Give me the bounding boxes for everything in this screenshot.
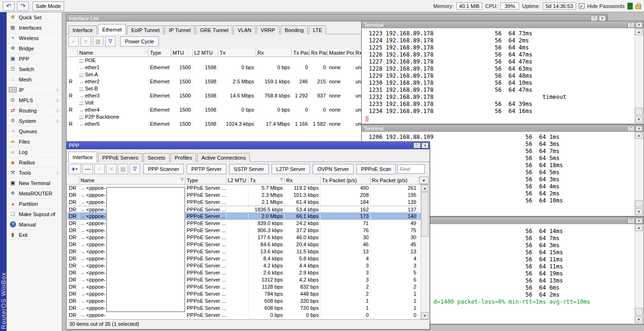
redo-button[interactable]: ↷ [17,1,29,11]
scroll-down-icon[interactable]: ▼ [635,208,643,215]
column-header-rx[interactable]: Rx [256,49,292,57]
tab-interface[interactable]: Interface [68,152,97,162]
sidebar-item-switch[interactable]: ☰Switch [7,64,62,74]
column-header-rx[interactable]: Rx [285,177,321,184]
column-header-rx-pac[interactable]: Rx Pac... [310,49,328,57]
tab-ethernet[interactable]: Ethernet [98,24,126,34]
filter-icon[interactable]: ∇ [130,164,140,174]
terminal1-scrollbar[interactable]: ▲ ▼ [635,28,643,123]
scrollbar-thumb[interactable] [635,308,643,315]
scroll-up-icon[interactable]: ▲ [635,224,643,231]
sidebar-item-new-terminal[interactable]: ▣New Terminal [7,178,62,188]
power-cycle-button[interactable]: Power Cycle [120,36,159,47]
find-input[interactable] [397,164,425,174]
column-header-mtu[interactable]: MTU [171,49,193,57]
tab-vrrp[interactable]: VRRP [256,25,280,34]
tab-bonding[interactable]: Bonding [281,25,308,34]
tab-gre-tunnel[interactable]: GRE Tunnel [196,25,232,34]
undo-button[interactable]: ↶ [3,1,15,11]
remove-button[interactable]: — [83,164,93,174]
column-header-tx[interactable]: Tx∇ [248,177,285,184]
sidebar-item-routing[interactable]: ⇄Routing▷ [7,105,62,116]
tab-interface[interactable]: Interface [68,25,97,34]
tab-secrets[interactable]: Secrets [143,153,169,162]
sidebar-item-radius[interactable]: ☻Radius [7,157,62,168]
scroll-down-icon[interactable]: ▼ [635,316,643,323]
sidebar-item-system[interactable]: ⚙System▷ [7,116,62,126]
column-header-tx[interactable]: Tx [218,49,256,57]
sidebar-item-interfaces[interactable]: ▦Interfaces [7,23,62,33]
maximize-button[interactable]: □ [627,22,635,28]
scrollbar-thumb[interactable] [635,200,643,207]
hide-passwords-checkbox[interactable]: ✓ [579,3,585,9]
ppp-table-scrollbar[interactable]: ▲▼ [421,185,429,319]
maximize-button[interactable]: □ [591,16,598,21]
column-header-l2-mtu[interactable]: L2 MTU [226,177,248,184]
sidebar-item-ip[interactable]: 255IP▷ [7,85,62,95]
ppp-titlebar[interactable]: PPP □ × [66,142,429,149]
column-select-dropdown[interactable]: ▼ [419,177,429,184]
scroll-up-icon[interactable]: ▲ [635,28,643,35]
close-button[interactable]: × [636,22,643,28]
scroll-up-icon[interactable]: ▲ [421,185,429,192]
maximize-button[interactable]: □ [627,126,635,131]
scrollbar-thumb[interactable] [421,192,429,237]
sidebar-item-mpls[interactable]: ⧉MPLS▷ [7,95,62,105]
close-button[interactable]: × [421,143,429,148]
maximize-button[interactable]: □ [627,218,635,224]
filter-icon[interactable]: ∇ [105,36,116,47]
tab-active-connections[interactable]: Active Connections [197,153,250,162]
sidebar-item-make-supout-rif[interactable]: ❏Make Supout.rif [7,209,62,219]
sidebar-item-manual[interactable]: ?Manual [7,219,62,230]
sidebar-item-tools[interactable]: ⚒Tools▷ [7,168,62,178]
sidebar-item-bridge[interactable]: ✥Bridge [7,43,62,54]
ovpn-server-button[interactable]: OVPN Server [313,164,354,174]
sidebar-item-log[interactable]: ≡Log [7,147,62,157]
sidebar-item-partition[interactable]: ◕Partition [7,199,62,209]
maximize-button[interactable]: □ [413,143,421,148]
terminal2-titlebar[interactable]: Terminal □ × [362,125,644,132]
disable-icon[interactable]: ✕ [81,36,91,47]
column-header-name[interactable]: Name∇ [79,177,185,184]
comment-icon[interactable]: ▤ [118,164,128,174]
disable-icon[interactable]: ✕ [106,164,116,174]
sidebar-item-exit[interactable]: ▮Exit [7,230,62,240]
pppoe-scan-button[interactable]: PPPoE Scan [356,164,396,174]
sidebar-item-queues[interactable]: ◔Queues [7,126,62,137]
sidebar-item-files[interactable]: ▰Files [7,137,62,147]
enable-icon[interactable]: ✓ [94,164,105,174]
scroll-down-icon[interactable]: ▼ [421,312,429,319]
l2tp-server-button[interactable]: L2TP Server [272,164,310,174]
sidebar-item-mesh[interactable]: ∴Mesh [7,74,62,85]
terminal1-titlebar[interactable]: Terminal □ × [362,21,644,28]
tab-vlan[interactable]: VLAN [233,25,256,34]
column-header-tx-packet-p-s[interactable]: Tx Packet (p/s) [321,177,371,184]
scrollbar-thumb[interactable] [635,108,643,115]
column-header-rx-packet-p-s[interactable]: Rx Packet (p/s) [371,177,418,184]
ppp-interface-row[interactable]: DR↔<pppoe-PPPoE Server ...0 bps0 bps00 [67,312,429,319]
column-header-type[interactable]: Type [149,49,171,57]
column-header-type[interactable]: Type [185,177,226,184]
tab-profiles[interactable]: Profiles [171,153,197,162]
comment-icon[interactable]: ▤ [93,36,103,47]
sidebar-item-ppp[interactable]: ▣PPP [7,54,62,64]
safe-mode-button[interactable]: Safe Mode [33,1,64,11]
column-header-name[interactable]: Name∕ [78,49,149,57]
sidebar-item-wireless[interactable]: ⌖Wireless [7,33,62,43]
enable-icon[interactable]: ✓ [68,36,79,47]
scroll-up-icon[interactable]: ▲ [635,132,643,139]
ppp-scanner-button[interactable]: PPP Scanner [143,164,184,174]
sstp-server-button[interactable]: SSTP Server [229,164,269,174]
column-header-flags[interactable] [67,177,79,184]
close-button[interactable]: × [599,16,606,21]
tab-lte[interactable]: LTE [309,25,326,34]
close-button[interactable]: × [636,218,643,224]
column-header-tx-pac[interactable]: Tx Pac... [292,49,310,57]
scroll-down-icon[interactable]: ▼ [635,116,643,123]
tab-pppoe-servers[interactable]: PPPoE Servers [98,153,142,162]
add-button[interactable]: +▼ [68,164,81,174]
terminal2-scrollbar[interactable]: ▲ ▼ [635,132,643,215]
terminal1-output[interactable]: 1223 192.168.89.178 56 64 73ms 1224 192.… [363,28,635,123]
pptp-server-button[interactable]: PPTP Server [187,164,226,174]
column-header-master-port[interactable]: Master Port [328,49,354,57]
